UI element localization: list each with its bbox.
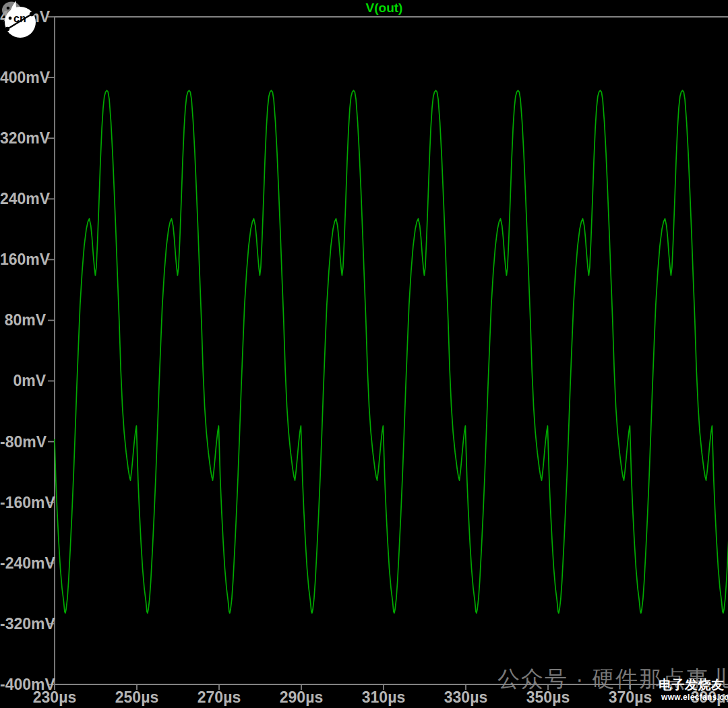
y-axis-label: 0mV (0, 372, 46, 389)
elecfans-watermark-url: www.elecfans.com (661, 693, 728, 702)
axis-ticks (48, 17, 712, 690)
x-axis-label: 270µs (179, 688, 260, 706)
y-axis-label: 400mV (0, 69, 46, 86)
y-axis-label: 80mV (0, 311, 46, 329)
y-axis-label: -240mV (0, 554, 46, 572)
x-axis-label: 250µs (96, 688, 177, 706)
plot-border (55, 17, 728, 684)
y-axis-label: 320mV (0, 129, 46, 147)
x-axis-label: 310µs (343, 688, 424, 706)
y-axis-label: 240mV (0, 190, 46, 207)
elecfans-watermark-name: 电子发烧友 (659, 676, 726, 694)
vout-trace[interactable] (55, 90, 728, 613)
x-axis-label: 290µs (261, 688, 342, 706)
y-axis-label: 160mV (0, 251, 46, 268)
y-axis-label: -320mV (0, 615, 46, 633)
trace-label[interactable]: V(out) (324, 1, 445, 15)
x-axis-label: 230µs (14, 688, 95, 706)
waveform-plot-area[interactable] (0, 0, 728, 708)
waveform-viewer: V(out) 480mV 400mV 320mV 240mV 160mV 80m… (0, 0, 728, 708)
elecfans-logo-cn-text: cn (13, 13, 26, 24)
x-axis-label: 330µs (425, 688, 506, 706)
y-axis-label: -160mV (0, 494, 46, 511)
elecfans-logo: cn (0, 0, 42, 40)
y-axis-label: -80mV (0, 433, 46, 451)
